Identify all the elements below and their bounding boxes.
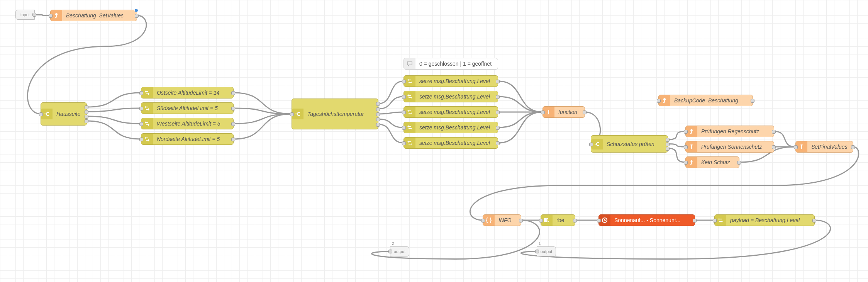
node-fn[interactable]: function (542, 106, 585, 118)
io-label: output (537, 249, 556, 254)
node-payload[interactable]: payload = Beschattung.Level (714, 214, 815, 226)
changed-indicator-icon (134, 8, 138, 12)
subflow-input[interactable]: input (15, 10, 35, 20)
node-backup[interactable]: BackupCode_Beschattung (658, 95, 753, 106)
node-kein[interactable]: Kein Schutz (685, 156, 739, 168)
node-label: Tageshöchsttemperatur (303, 111, 378, 117)
node-ost[interactable]: Ostseite AltitudeLimit = 14 (141, 87, 234, 99)
node-sonne[interactable]: Prüfungen Sonnenschutz (685, 141, 774, 153)
node-label: setze msg.Beschattung.Level (415, 140, 498, 146)
node-haus[interactable]: Hausseite (41, 102, 87, 126)
comment-icon (404, 58, 415, 69)
node-label: Südseite AltitudeLimit = 5 (153, 105, 233, 111)
node-final[interactable]: SetFinalValues (795, 141, 853, 153)
node-info[interactable]: INFO (483, 214, 521, 226)
node-label: Westseite AltitudeLimit = 5 (153, 121, 233, 127)
node-label: Kein Schutz (697, 159, 739, 165)
node-nord[interactable]: Nordseite AltitudeLimit = 5 (141, 133, 234, 145)
node-regen[interactable]: Prüfungen Regenschutz (685, 126, 774, 137)
node-label: BackupCode_Beschattung (670, 97, 753, 104)
subflow-out2[interactable]: output2 (390, 246, 409, 257)
io-label: output (391, 249, 409, 254)
node-label: Beschattung_SetValues (62, 12, 137, 19)
node-rbe[interactable]: rbe (541, 214, 575, 226)
node-label: setze msg.Beschattung.Level (415, 78, 498, 84)
node-label: Ostseite AltitudeLimit = 14 (153, 90, 233, 96)
node-label: Prüfungen Regenschutz (697, 128, 774, 134)
node-tag[interactable]: Tageshöchsttemperatur (292, 99, 378, 129)
node-s4[interactable]: setze msg.Beschattung.Level (403, 122, 498, 133)
node-label: setze msg.Beschattung.Level (415, 124, 498, 131)
node-label: INFO (495, 217, 521, 223)
node-sued[interactable]: Südseite AltitudeLimit = 5 (141, 102, 234, 114)
node-s1[interactable]: setze msg.Beschattung.Level (403, 75, 498, 87)
node-s5[interactable]: setze msg.Beschattung.Level (403, 137, 498, 149)
node-label: Nordseite AltitudeLimit = 5 (153, 136, 233, 142)
node-west[interactable]: Westseite AltitudeLimit = 5 (141, 118, 234, 129)
node-label: rbe (553, 217, 575, 223)
subflow-out1[interactable]: output1 (537, 246, 556, 257)
node-label: Prüfungen Sonnenschutz (697, 144, 774, 150)
node-s3[interactable]: setze msg.Beschattung.Level (403, 106, 498, 118)
node-setval[interactable]: Beschattung_SetValues (50, 10, 137, 21)
node-label: function (554, 109, 585, 115)
comment-label: 0 = geschlossen | 1 = geöffnet (415, 61, 498, 67)
node-label: SetFinalValues (807, 144, 853, 150)
node-label: Hausseite (53, 111, 86, 117)
node-s2[interactable]: setze msg.Beschattung.Level (403, 91, 498, 102)
node-label: setze msg.Beschattung.Level (415, 109, 498, 115)
node-label: Schutzstatus prüfen (603, 141, 668, 147)
node-label: payload = Beschattung.Level (726, 217, 814, 223)
comment-node[interactable]: 0 = geschlossen | 1 = geöffnet (403, 58, 498, 70)
io-label: input (17, 12, 33, 17)
node-label: Sonnenauf... - Sonnenunt... (610, 217, 695, 223)
node-label: setze msg.Beschattung.Level (415, 93, 498, 100)
node-zeit[interactable]: Sonnenauf... - Sonnenunt... (598, 214, 695, 226)
node-schutz[interactable]: Schutzstatus prüfen (591, 135, 668, 153)
